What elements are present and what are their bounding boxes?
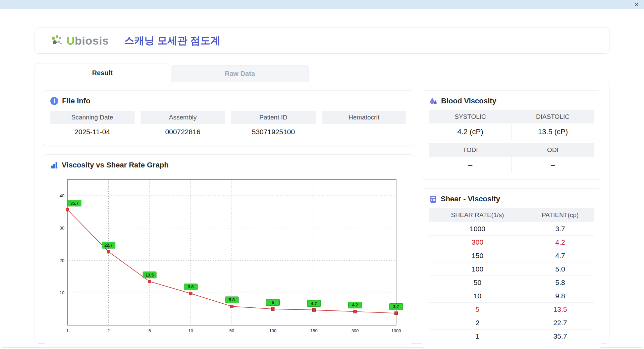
shear-cell: 10 xyxy=(429,289,526,303)
svg-text:10: 10 xyxy=(188,328,193,333)
shear-cell: 4.7 xyxy=(526,249,594,262)
shear-cell: 35.7 xyxy=(526,330,594,343)
file-info-card: File Info Scanning Date 2025-11-04 Assem… xyxy=(43,90,413,146)
shear-cell: 300 xyxy=(429,236,526,249)
info-icon xyxy=(50,97,59,105)
svg-text:13.5: 13.5 xyxy=(146,273,154,278)
svg-text:5: 5 xyxy=(272,300,274,305)
shear-row: 135.7 xyxy=(429,330,594,343)
shear-row: 222.7 xyxy=(429,316,594,330)
water-drops-icon xyxy=(429,97,438,105)
calculator-icon xyxy=(429,195,437,203)
blood-viscosity-title: Blood Viscosity xyxy=(441,97,496,105)
svg-text:300: 300 xyxy=(352,328,359,333)
shear-cell: 150 xyxy=(429,249,526,262)
svg-text:22.7: 22.7 xyxy=(104,243,112,248)
svg-text:9.8: 9.8 xyxy=(188,285,194,289)
svg-text:40: 40 xyxy=(60,193,64,198)
todi-label: TODI xyxy=(429,143,512,157)
svg-text:35.7: 35.7 xyxy=(70,201,78,206)
svg-text:3.7: 3.7 xyxy=(393,304,399,309)
shear-cell: 9.8 xyxy=(526,289,594,303)
field-label: Patient ID xyxy=(231,111,316,124)
tab-raw-data[interactable]: Raw Data xyxy=(171,65,309,82)
odi-value: – xyxy=(512,157,594,173)
svg-text:50: 50 xyxy=(229,328,234,333)
shear-cell: 1 xyxy=(429,330,526,343)
svg-text:1000: 1000 xyxy=(391,328,401,333)
svg-text:20: 20 xyxy=(60,258,64,263)
field-value: 000722816 xyxy=(141,124,225,140)
svg-text:10: 10 xyxy=(60,290,64,295)
shear-row: 505.8 xyxy=(429,276,594,289)
svg-text:2: 2 xyxy=(107,328,110,333)
systolic-value: 4.2 (cP) xyxy=(429,123,512,140)
field-scanning-date: Scanning Date 2025-11-04 xyxy=(50,111,135,140)
shear-row: 1005.0 xyxy=(429,262,594,276)
logo-dots-icon xyxy=(50,34,64,47)
tab-result[interactable]: Result xyxy=(35,63,170,82)
shear-rate-column-header: SHEAR RATE(1/s) xyxy=(429,208,526,222)
shear-viscosity-card: Shear - Viscosity SHEAR RATE(1/s) PATIEN… xyxy=(422,188,601,349)
todi-value: – xyxy=(429,157,512,173)
shear-row: 1504.7 xyxy=(429,249,594,262)
header-card: Ubiosis 스캐닝 모세관 점도계 xyxy=(35,28,609,54)
logo-text: Ubiosis xyxy=(66,34,109,47)
shear-cell: 50 xyxy=(429,276,526,289)
shear-table: SHEAR RATE(1/s) PATIENT(cp) 10003.73004.… xyxy=(429,208,594,343)
shear-cell: 13.5 xyxy=(526,303,594,316)
svg-text:5.8: 5.8 xyxy=(229,298,234,302)
svg-text:5: 5 xyxy=(148,328,151,333)
shear-row: 513.5 xyxy=(429,303,594,316)
svg-text:4.2: 4.2 xyxy=(352,303,358,307)
shear-cell: 5 xyxy=(429,303,526,316)
bv-table-row1: SYSTOLIC DIASTOLIC 4.2 (cP) 13.5 (cP) xyxy=(429,110,594,140)
field-label: Scanning Date xyxy=(50,111,135,124)
blood-viscosity-card: Blood Viscosity SYSTOLIC DIASTOLIC 4.2 (… xyxy=(422,90,601,180)
field-hematocrit: Hematocrit xyxy=(322,111,406,140)
file-info-title: File Info xyxy=(62,97,90,105)
svg-text:1: 1 xyxy=(66,328,68,333)
odi-label: ODI xyxy=(512,143,594,157)
shear-viscosity-title: Shear - Viscosity xyxy=(441,195,500,203)
field-value xyxy=(322,124,406,140)
graph-title: Viscosity vs Shear Rate Graph xyxy=(62,161,169,169)
field-label: Hematocrit xyxy=(322,111,406,124)
svg-text:4.7: 4.7 xyxy=(311,301,317,306)
svg-text:150: 150 xyxy=(310,328,318,333)
window-titlebar: × xyxy=(0,0,644,9)
shear-cell: 5.0 xyxy=(526,262,594,276)
shear-cell: 100 xyxy=(429,262,526,276)
shear-table-body: 10003.73004.21504.71005.0505.8109.8513.5… xyxy=(429,222,594,343)
tab-bar: Result Raw Data xyxy=(35,63,609,82)
shear-row: 10003.7 xyxy=(429,222,594,236)
shear-cell: 22.7 xyxy=(526,316,594,330)
shear-cell: 5.8 xyxy=(526,276,594,289)
field-value: 53071925100 xyxy=(231,124,316,140)
file-info-fields: Scanning Date 2025-11-04 Assembly 000722… xyxy=(50,111,406,140)
shear-cell: 4.2 xyxy=(526,236,594,249)
shear-row: 109.8 xyxy=(429,289,594,303)
viscosity-chart: 102030401251050100150300100035.722.713.5… xyxy=(50,173,406,337)
shear-row: 3004.2 xyxy=(429,236,594,249)
ubiosis-logo: Ubiosis xyxy=(50,34,109,47)
svg-text:30: 30 xyxy=(60,226,64,231)
field-assembly: Assembly 000722816 xyxy=(141,111,225,140)
shear-cell: 3.7 xyxy=(526,222,594,236)
diastolic-label: DIASTOLIC xyxy=(512,110,594,123)
svg-text:100: 100 xyxy=(269,328,277,333)
bv-table-row2: TODI ODI – – xyxy=(429,143,594,173)
graph-card: Viscosity vs Shear Rate Graph 1020304012… xyxy=(43,154,413,344)
diastolic-value: 13.5 (cP) xyxy=(512,123,594,140)
shear-cell: 2 xyxy=(429,316,526,330)
main-panel: File Info Scanning Date 2025-11-04 Assem… xyxy=(35,82,609,344)
field-value: 2025-11-04 xyxy=(50,124,135,140)
systolic-label: SYSTOLIC xyxy=(429,110,512,123)
field-patient-id: Patient ID 53071925100 xyxy=(231,111,316,140)
page-title: 스캐닝 모세관 점도계 xyxy=(124,34,220,48)
shear-cell: 1000 xyxy=(429,222,526,236)
field-label: Assembly xyxy=(141,111,225,124)
close-icon[interactable]: × xyxy=(635,1,639,8)
patient-column-header: PATIENT(cp) xyxy=(526,208,594,222)
bar-chart-icon xyxy=(50,161,58,169)
